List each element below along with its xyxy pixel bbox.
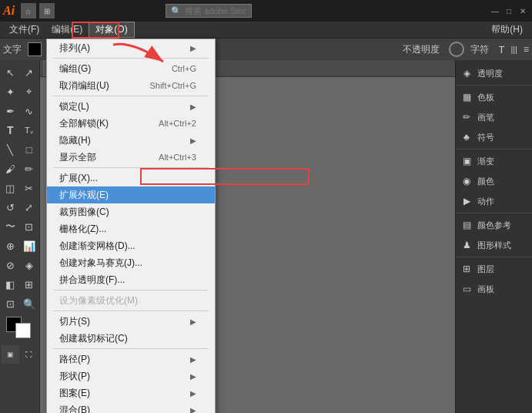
- menu-hide[interactable]: 隐藏(H) ▶: [47, 132, 215, 149]
- panel-sep-2: [456, 149, 532, 149]
- search-bar[interactable]: 🔍: [166, 4, 252, 18]
- eraser-tool[interactable]: ◫: [2, 179, 19, 197]
- panel-layers[interactable]: ⊞ 图层: [456, 259, 532, 279]
- menu-shape[interactable]: 形状(P) ▶: [47, 368, 215, 384]
- panel-artboards[interactable]: ▭ 画板: [456, 279, 532, 299]
- gradient-tool[interactable]: ◧: [2, 275, 19, 294]
- menu-expand-appearance[interactable]: 扩展外观(E): [47, 186, 215, 203]
- menu-pixel-optimize[interactable]: 设为像素级优化(M): [47, 292, 215, 309]
- opacity-label: 不透明度: [403, 43, 440, 56]
- panel-transparency[interactable]: ◈ 透明度: [456, 63, 532, 83]
- paintbrush-tool[interactable]: 🖌: [2, 159, 19, 178]
- graphic-styles-icon: ♟: [460, 239, 473, 251]
- menu-rasterize[interactable]: 栅格化(Z)...: [47, 220, 215, 237]
- minimize-button[interactable]: —: [489, 5, 501, 17]
- grid-icon[interactable]: ⊞: [39, 3, 55, 18]
- rotate-tool[interactable]: ↺: [2, 198, 19, 217]
- menu-unlock-all[interactable]: 全部解锁(K) Alt+Ctrl+2: [47, 115, 215, 132]
- menu-file[interactable]: 文件(F): [3, 22, 45, 38]
- panel-sep-4: [456, 257, 532, 257]
- sep-after-trim: [53, 348, 209, 349]
- panel-color[interactable]: ◉ 颜色: [456, 171, 532, 191]
- scissors-tool[interactable]: ✂: [21, 179, 38, 197]
- show-all-shortcut: Alt+Ctrl+3: [159, 153, 196, 162]
- magic-wand-tool[interactable]: ✦: [2, 82, 19, 101]
- dropdown-overlay: 排列(A) ▶ 编组(G) Ctrl+G 取消编组(U) Shift+Ctrl+…: [46, 39, 216, 413]
- home-icon[interactable]: ⌂: [21, 3, 36, 18]
- actions-icon: ▶: [460, 195, 473, 207]
- hide-arrow: ▶: [190, 136, 196, 145]
- lock-arrow: ▶: [190, 102, 196, 111]
- slice-tool[interactable]: ⊡: [2, 294, 19, 313]
- slice-arrow: ▶: [190, 317, 196, 326]
- lasso-tool[interactable]: ⌖: [21, 82, 38, 101]
- menu-lock[interactable]: 锁定(L) ▶: [47, 98, 215, 115]
- curvature-tool[interactable]: ∿: [21, 102, 38, 120]
- free-transform-tool[interactable]: ⊡: [21, 217, 38, 236]
- search-input[interactable]: [185, 6, 246, 15]
- zoom-tool[interactable]: 🔍: [21, 294, 38, 313]
- window-controls: — □ ✕: [489, 5, 529, 17]
- panel-actions[interactable]: ▶ 动作: [456, 191, 532, 211]
- menu-help[interactable]: 帮助(H): [485, 22, 529, 38]
- rect-tool[interactable]: □: [21, 140, 38, 159]
- menu-blend[interactable]: 混合(B) ▶: [47, 401, 215, 413]
- normal-mode-btn[interactable]: ▣: [2, 345, 19, 364]
- font-icon: T: [498, 44, 504, 55]
- pencil-tool[interactable]: ✏: [21, 159, 38, 178]
- menu-slice[interactable]: 切片(S) ▶: [47, 313, 215, 330]
- menu-show-all[interactable]: 显示全部 Alt+Ctrl+3: [47, 149, 215, 166]
- color-icon: ◉: [460, 175, 473, 187]
- select-tool[interactable]: ↖: [2, 63, 19, 82]
- sep-after-show: [53, 167, 209, 168]
- menu-object-mosaic[interactable]: 创建对象马赛克(J)...: [47, 254, 215, 271]
- menu-arrange[interactable]: 排列(A) ▶: [47, 39, 215, 56]
- type-tool[interactable]: T: [2, 121, 19, 139]
- menu-edit[interactable]: 编辑(E): [45, 22, 89, 38]
- right-panel: ◈ 透明度 ▦ 色板 ✏ 画笔 ♣ 符号 ▣ 渐变 ◉: [455, 60, 532, 413]
- fill-color-box[interactable]: [28, 42, 42, 56]
- line-tool[interactable]: ╲: [2, 140, 19, 159]
- menu-flatten-transparency[interactable]: 拼合透明度(F)...: [47, 271, 215, 288]
- menu-path[interactable]: 路径(P) ▶: [47, 351, 215, 368]
- panel-symbols[interactable]: ♣ 符号: [456, 127, 532, 147]
- fullscreen-btn[interactable]: ⛶: [21, 345, 38, 364]
- menu-object[interactable]: 对象(O): [89, 22, 134, 38]
- blend-tool[interactable]: ◈: [21, 256, 38, 274]
- opacity-adjust-icon: [449, 42, 464, 57]
- menu-crop-image[interactable]: 裁剪图像(C): [47, 203, 215, 220]
- close-button[interactable]: ✕: [517, 5, 529, 17]
- app-window: Ai ⌂ ⊞ 🔍 — □ ✕ 文件(F) 编辑(E) 对象(O) 帮助(H) 文…: [0, 0, 532, 413]
- menu-pattern[interactable]: 图案(E) ▶: [47, 384, 215, 401]
- font-label: 字符: [470, 43, 489, 56]
- panel-gradient[interactable]: ▣ 渐变: [456, 151, 532, 171]
- panel-swatches[interactable]: ▦ 色板: [456, 87, 532, 107]
- menu-ungroup[interactable]: 取消编组(U) Shift+Ctrl+G: [47, 77, 215, 94]
- text-tool-label: 文字: [3, 43, 22, 56]
- background-color[interactable]: [15, 323, 31, 338]
- chart-tool[interactable]: 📊: [21, 237, 38, 255]
- direct-select-tool[interactable]: ↗: [21, 63, 38, 82]
- object-dropdown-menu: 排列(A) ▶ 编组(G) Ctrl+G 取消编组(U) Shift+Ctrl+…: [46, 39, 216, 413]
- more-icon[interactable]: ≡: [524, 44, 529, 55]
- app-logo: Ai: [3, 4, 15, 18]
- panel-sep-1: [456, 85, 532, 86]
- mesh-tool[interactable]: ⊞: [21, 275, 38, 294]
- menu-group[interactable]: 编组(G) Ctrl+G: [47, 60, 215, 77]
- panel-brushes[interactable]: ✏ 画笔: [456, 107, 532, 127]
- scale-tool[interactable]: ⤢: [21, 198, 38, 217]
- menu-gradient-mesh[interactable]: 创建渐变网格(D)...: [47, 237, 215, 254]
- panel-color-guide[interactable]: ▤ 颜色参考: [456, 215, 532, 235]
- panel-graphic-styles[interactable]: ♟ 图形样式: [456, 235, 532, 255]
- arrange-arrow: ▶: [190, 44, 196, 52]
- align-icon: |||: [510, 45, 517, 54]
- eyedropper-tool[interactable]: ⊘: [2, 256, 19, 274]
- menu-expand[interactable]: 扩展(X)...: [47, 170, 215, 186]
- touch-type-tool[interactable]: Tᵥ: [21, 121, 38, 139]
- shape-builder-tool[interactable]: ⊕: [2, 237, 19, 255]
- maximize-button[interactable]: □: [503, 5, 515, 17]
- warp-tool[interactable]: 〜: [2, 217, 19, 236]
- unlock-shortcut: Alt+Ctrl+2: [159, 119, 196, 128]
- menu-trim-marks[interactable]: 创建裁切标记(C): [47, 330, 215, 347]
- pen-tool[interactable]: ✒: [2, 102, 19, 120]
